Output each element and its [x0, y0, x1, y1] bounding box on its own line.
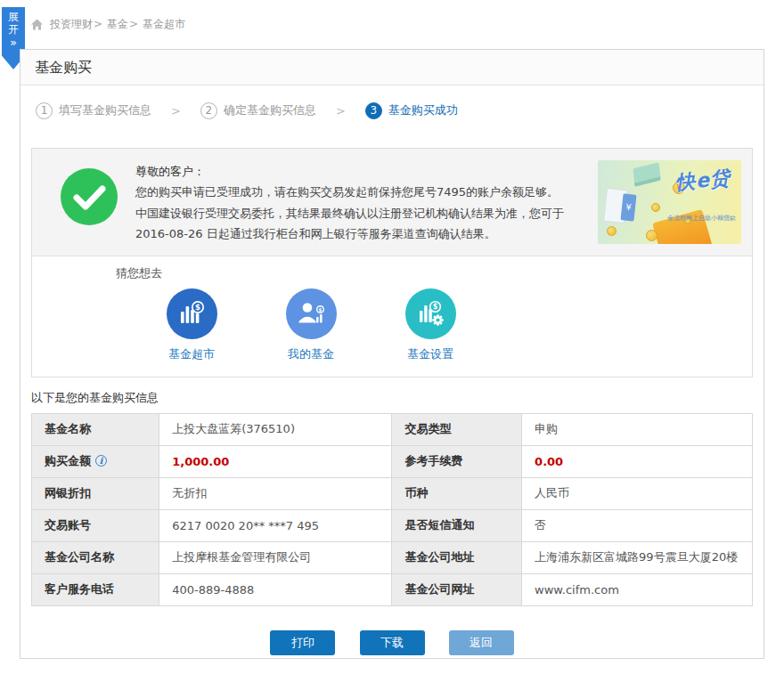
- suggestions-row: $ 基金超市: [164, 288, 752, 362]
- breadcrumb-separator: >: [94, 18, 102, 30]
- purchase-amount-label: 购买金额i: [32, 445, 159, 477]
- step-1: 1 填写基金购买信息: [36, 102, 151, 119]
- breadcrumb: 投资理财 > 基金 > 基金超市: [30, 16, 185, 32]
- quick-loan-ad-banner[interactable]: ¥ ¥ 快e贷 全流程网上自助小额贷款: [598, 160, 741, 244]
- shortcut-label: 我的基金: [283, 346, 339, 362]
- service-phone-label: 客户服务电话: [32, 573, 159, 605]
- action-button-row: 打印 下载 返回: [20, 630, 764, 655]
- success-check-icon: [61, 168, 118, 245]
- company-website-value: www.cifm.com: [522, 573, 753, 605]
- my-funds-icon: $: [286, 288, 337, 339]
- table-row: 客户服务电话 400-889-4888 基金公司网址 www.cifm.com: [32, 573, 753, 605]
- notice-box: 尊敬的客户： 您的购买申请已受理成功，请在购买交易发起前保持您尾号7495的账户…: [31, 148, 753, 378]
- banner-title: 快e贷: [674, 165, 731, 196]
- purchase-details-table: 基金名称 上投大盘蓝筹(376510) 交易类型 申购 购买金额i 1,000.…: [31, 413, 753, 606]
- currency-label: 币种: [392, 477, 522, 509]
- field-label: 购买金额: [45, 454, 91, 467]
- notice-message: 尊敬的客户： 您的购买申请已受理成功，请在购买交易发起前保持您尾号7495的账户…: [135, 159, 598, 245]
- download-button[interactable]: 下载: [360, 630, 425, 655]
- breadcrumb-item-invest[interactable]: 投资理财: [50, 17, 93, 32]
- account-value: 6217 0020 20** ***7 495: [159, 509, 392, 541]
- step-separator-icon: >: [336, 104, 346, 118]
- svg-text:$: $: [195, 303, 200, 312]
- expand-arrow-icon: »: [2, 37, 25, 49]
- discount-value: 无折扣: [159, 477, 392, 509]
- currency-value: 人民币: [522, 477, 753, 509]
- shortcut-fund-supermarket[interactable]: $ 基金超市: [164, 288, 219, 362]
- back-button[interactable]: 返回: [449, 630, 514, 655]
- notice-greeting: 尊敬的客户：: [135, 161, 598, 182]
- info-icon[interactable]: i: [95, 455, 107, 467]
- fund-settings-icon: $: [405, 288, 456, 339]
- company-name-value: 上投摩根基金管理有限公司: [159, 541, 392, 573]
- breadcrumb-item-fund-market[interactable]: 基金超市: [143, 17, 185, 32]
- step-2: 2 确定基金购买信息: [200, 102, 316, 119]
- step-2-label: 确定基金购买信息: [224, 102, 316, 118]
- company-website-label: 基金公司网址: [392, 573, 522, 605]
- page-title: 基金购买: [20, 50, 764, 85]
- svg-text:$: $: [319, 307, 323, 313]
- breadcrumb-separator: >: [129, 18, 138, 30]
- step-3-active: 3 基金购买成功: [365, 102, 458, 119]
- fund-name-value: 上投大盘蓝筹(376510): [159, 413, 392, 445]
- table-row: 交易账号 6217 0020 20** ***7 495 是否短信通知 否: [32, 509, 753, 541]
- success-notice: 尊敬的客户： 您的购买申请已受理成功，请在购买交易发起前保持您尾号7495的账户…: [32, 149, 752, 256]
- sms-notify-value: 否: [522, 509, 753, 541]
- discount-label: 网银折扣: [32, 477, 159, 509]
- step-1-label: 填写基金购买信息: [59, 102, 151, 118]
- company-name-label: 基金公司名称: [32, 541, 159, 573]
- banner-cap-graphic: [633, 162, 661, 186]
- suggestions-title: 猜您想去: [116, 265, 752, 281]
- table-row: 网银折扣 无折扣 币种 人民币: [32, 477, 753, 509]
- banner-coin-icon: [607, 226, 617, 236]
- banner-card-graphic: ¥: [621, 193, 637, 221]
- fund-supermarket-icon: $: [167, 288, 217, 339]
- purchase-amount-value: 1,000.00: [159, 445, 392, 477]
- notice-line-1: 您的购买申请已受理成功，请在购买交易发起前保持您尾号7495的账户余额足够。: [135, 182, 598, 202]
- breadcrumb-item-fund[interactable]: 基金: [107, 17, 128, 32]
- svg-text:$: $: [433, 303, 438, 311]
- expand-label: 展开: [7, 11, 20, 36]
- fee-value: 0.00: [522, 445, 753, 477]
- table-row: 基金公司名称 上投摩根基金管理有限公司 基金公司地址 上海浦东新区富城路99号震…: [32, 541, 753, 573]
- company-address-value: 上海浦东新区富城路99号震旦大厦20楼: [522, 541, 753, 573]
- shortcut-label: 基金超市: [164, 346, 219, 362]
- notice-line-2: 中国建设银行受理交易委托，其结果最终确认以注册登记机构确认结果为准，您可于 20…: [135, 203, 598, 245]
- shortcut-my-funds[interactable]: $ 我的基金: [283, 288, 339, 362]
- sms-notify-label: 是否短信通知: [392, 509, 522, 541]
- suggestions-section: 猜您想去 $: [32, 256, 752, 377]
- fee-label: 参考手续费: [392, 445, 522, 477]
- service-phone-value: 400-889-4888: [159, 573, 392, 605]
- print-button[interactable]: 打印: [270, 630, 335, 655]
- account-label: 交易账号: [32, 509, 159, 541]
- table-row: 购买金额i 1,000.00 参考手续费 0.00: [32, 445, 753, 477]
- banner-coin-icon: [651, 203, 660, 212]
- company-address-label: 基金公司地址: [392, 541, 522, 573]
- step-indicator: 1 填写基金购买信息 > 2 确定基金购买信息 > 3 基金购买成功: [20, 85, 764, 135]
- fund-purchase-panel: 基金购买 1 填写基金购买信息 > 2 确定基金购买信息 > 3 基金购买成功 …: [20, 49, 764, 659]
- step-3-label: 基金购买成功: [388, 102, 458, 118]
- trade-type-label: 交易类型: [392, 413, 522, 445]
- shortcut-label: 基金设置: [403, 346, 458, 362]
- step-separator-icon: >: [171, 104, 181, 118]
- fund-name-label: 基金名称: [32, 413, 159, 445]
- table-row: 基金名称 上投大盘蓝筹(376510) 交易类型 申购: [32, 413, 753, 445]
- trade-type-value: 申购: [522, 413, 753, 445]
- details-caption: 以下是您的基金购买信息: [31, 390, 753, 406]
- shortcut-fund-settings[interactable]: $: [403, 288, 458, 362]
- step-2-number: 2: [200, 102, 217, 119]
- step-1-number: 1: [36, 102, 53, 119]
- step-3-number: 3: [365, 102, 382, 119]
- home-icon[interactable]: [30, 18, 44, 31]
- banner-slogan: 全流程网上自助小额贷款: [667, 214, 736, 223]
